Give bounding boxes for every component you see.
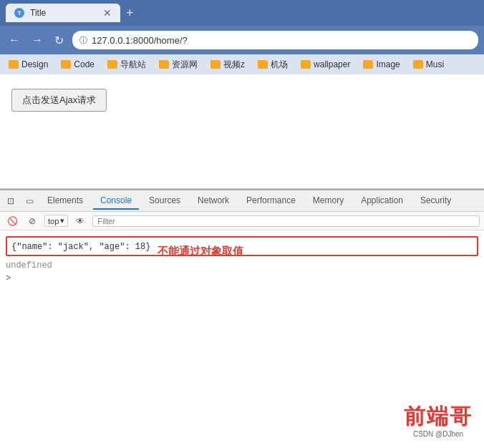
bookmark-folder-icon (413, 60, 423, 69)
tab-security[interactable]: Security (413, 193, 458, 210)
lock-icon: ⓘ (79, 35, 87, 46)
page-content: 点击发送Ajax请求 (0, 74, 484, 189)
bookmark-label: Code (74, 59, 95, 69)
watermark-sub: CSDN @DJhen (404, 430, 473, 438)
console-filter-icon[interactable]: ⊘ (24, 213, 40, 229)
console-json-output: {"name": "jack", "age": 18} (11, 242, 150, 252)
tab-sources[interactable]: Sources (142, 193, 188, 210)
bookmark-label: 资源网 (172, 59, 198, 71)
bookmark-wallpaper[interactable]: wallpaper (295, 58, 356, 71)
address-input-wrapper[interactable]: ⓘ 127.0.0.1:8000/home/? (72, 31, 478, 49)
devtools-device-icon[interactable]: ▭ (21, 193, 37, 209)
tab-network[interactable]: Network (190, 193, 236, 210)
devtools-inspect-icon[interactable]: ⊡ (3, 193, 19, 209)
bookmark-music[interactable]: Musi (407, 58, 450, 71)
bookmark-label: 机场 (271, 59, 288, 71)
console-toolbar: 🚫 ⊘ top ▾ 👁 (0, 212, 484, 230)
bookmark-airport[interactable]: 机场 (252, 57, 294, 72)
tab-close-button[interactable]: ✕ (103, 8, 112, 18)
ajax-send-button[interactable]: 点击发送Ajax请求 (11, 89, 107, 112)
bookmark-label: wallpaper (314, 59, 350, 69)
tab-title: Title (30, 8, 46, 18)
watermark: 前端哥 CSDN @DJhen (404, 402, 473, 438)
devtools-toolbar: ⊡ ▭ Elements Console Sources Network Per… (0, 190, 484, 212)
bookmark-folder-icon (107, 60, 117, 69)
console-context-label: top (48, 217, 59, 225)
bookmark-label: 视频z (223, 59, 245, 71)
console-eye-icon[interactable]: 👁 (72, 213, 88, 229)
bookmark-label: Design (21, 59, 48, 69)
bookmarks-bar: Design Code 导航站 资源网 视频z 机场 wallpaper Ima… (0, 54, 484, 74)
bookmark-image[interactable]: Image (357, 58, 405, 71)
console-undefined-entry: undefined (0, 259, 484, 272)
annotation-text: 不能通过对象取值 (158, 245, 243, 258)
bookmark-code[interactable]: Code (55, 58, 100, 71)
console-output: {"name": "jack", "age": 18} undefined > … (0, 230, 484, 419)
console-context-dropdown[interactable]: top ▾ (44, 215, 68, 227)
console-filter-input[interactable] (92, 215, 480, 227)
bookmark-label: Image (376, 59, 400, 69)
tab-memory[interactable]: Memory (306, 193, 351, 210)
bookmark-folder-icon (9, 60, 19, 69)
back-button[interactable]: ← (6, 32, 23, 48)
bookmark-label: 导航站 (120, 59, 146, 71)
tab-application[interactable]: Application (354, 193, 410, 210)
chevron-down-icon: ▾ (60, 216, 64, 225)
tab-performance[interactable]: Performance (239, 193, 303, 210)
bookmark-resource[interactable]: 资源网 (153, 57, 203, 72)
bookmark-design[interactable]: Design (3, 58, 54, 71)
bookmark-label: Musi (426, 59, 444, 69)
bookmark-folder-icon (210, 60, 221, 69)
url-display[interactable]: 127.0.0.1:8000/home/? (92, 35, 471, 46)
bookmark-folder-icon (61, 60, 71, 69)
bookmark-video[interactable]: 视频z (205, 57, 251, 72)
watermark-main: 前端哥 (404, 402, 473, 432)
browser-title-bar: T Title ✕ + (0, 0, 484, 26)
devtools-panel: ⊡ ▭ Elements Console Sources Network Per… (0, 189, 484, 419)
bookmark-folder-icon (363, 60, 373, 69)
tab-favicon: T (14, 8, 24, 18)
bookmark-folder-icon (159, 60, 169, 69)
tab-console[interactable]: Console (93, 193, 139, 210)
new-tab-button[interactable]: + (126, 6, 134, 21)
console-clear-icon[interactable]: 🚫 (4, 213, 20, 229)
forward-button[interactable]: → (29, 32, 46, 48)
bookmark-nav[interactable]: 导航站 (102, 57, 152, 72)
refresh-button[interactable]: ↻ (52, 32, 67, 49)
tab-elements[interactable]: Elements (40, 193, 90, 210)
browser-tab[interactable]: T Title ✕ (6, 4, 120, 22)
address-bar: ← → ↻ ⓘ 127.0.0.1:8000/home/? (0, 26, 484, 54)
bookmark-folder-icon (258, 60, 268, 69)
bookmark-folder-icon (301, 60, 311, 69)
console-prompt-arrow[interactable]: > (0, 272, 484, 285)
